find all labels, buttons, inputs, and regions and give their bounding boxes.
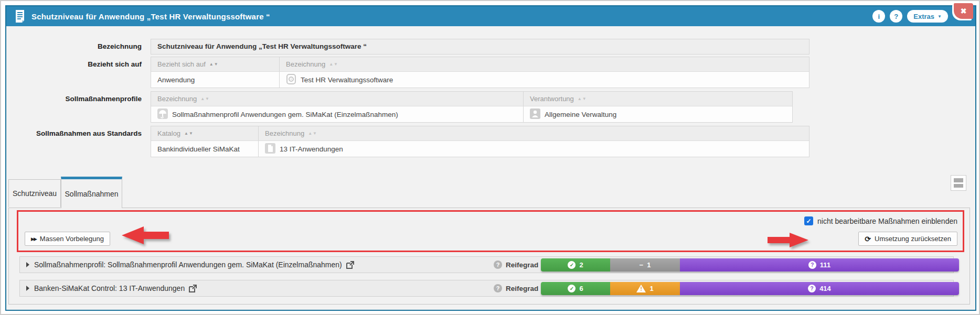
done-count: 6 bbox=[579, 285, 583, 292]
warning-triangle-icon: ! bbox=[636, 285, 646, 292]
catalog-item-icon bbox=[265, 143, 275, 155]
sort-icon[interactable]: ▲▼ bbox=[184, 131, 194, 136]
standards-table: Katalog ▲▼ Bezeichnung ▲▼ Bankindividuel… bbox=[151, 126, 809, 157]
neutral-count: 1 bbox=[647, 261, 651, 269]
check-circle-icon: ✓ bbox=[568, 261, 576, 269]
sollmassnahmenprofile-table: Bezeichnung ▲▼ Verantwortung ▲▼ Sollmaßn… bbox=[151, 91, 793, 123]
cell-name-label: 13 IT-Anwendungen bbox=[280, 145, 343, 153]
reset-implementation-button-label: Umsetzung zurücksetzen bbox=[875, 235, 951, 243]
minus-icon: − bbox=[640, 261, 644, 269]
question-circle-icon: ? bbox=[808, 285, 816, 292]
bezieht-sich-auf-table: Bezieht sich auf ▲▼ Bezeichnung ▲▼ Anwen… bbox=[151, 57, 809, 88]
maturity-label: Reifegrad bbox=[506, 285, 538, 292]
profile-icon bbox=[157, 108, 168, 121]
sort-icon[interactable]: ▲▼ bbox=[200, 96, 210, 101]
column-header-label: Katalog bbox=[157, 129, 180, 137]
maturity-label: Reifegrad bbox=[506, 261, 538, 269]
list-view-toggle-button[interactable] bbox=[951, 175, 966, 191]
document-icon bbox=[15, 10, 25, 23]
caret-right-icon[interactable] bbox=[26, 286, 29, 291]
info-button[interactable]: i bbox=[872, 10, 885, 23]
show-readonly-checkbox-label[interactable]: nicht bearbeitbare Maßnahmen einblenden bbox=[817, 217, 957, 225]
measure-group-title: Banken-SiMaKat Control: 13 IT-Anwendunge… bbox=[34, 284, 185, 292]
open-count: 414 bbox=[819, 285, 831, 292]
extras-button[interactable]: Extras ▼ bbox=[907, 10, 948, 23]
tab-sollmassnahmen[interactable]: Sollmaßnahmen bbox=[61, 177, 122, 208]
column-header-katalog[interactable]: Katalog ▲▼ bbox=[151, 126, 259, 140]
maturity-segment-done[interactable]: ✓ 2 bbox=[541, 258, 610, 271]
dialog-window: Schutzniveau für Anwendung „Test HR Verw… bbox=[5, 5, 976, 311]
dialog-titlebar: Schutzniveau für Anwendung „Test HR Verw… bbox=[6, 6, 975, 26]
annotation-arrow-left-icon bbox=[121, 225, 169, 247]
annotation-highlight-box: ▶▶ Massen Vorbelegung ✓ nicht bearbeitba… bbox=[17, 210, 964, 252]
mass-preset-button-label: Massen Vorbelegung bbox=[40, 235, 104, 243]
measure-group-row-profil[interactable]: Sollmaßnahmenprofil: Sollmaßnahmenprofil… bbox=[19, 256, 954, 273]
bezeichnung-value: Schutzniveau für Anwendung „Test HR Verw… bbox=[151, 39, 809, 55]
header-controls: i ? Extras ▼ bbox=[872, 10, 948, 23]
cell-responsibility: Allgemeine Verwaltung bbox=[524, 106, 623, 122]
maturity-segment-done[interactable]: ✓ 6 bbox=[541, 282, 610, 295]
external-link-icon[interactable] bbox=[189, 285, 197, 292]
fast-forward-icon: ▶▶ bbox=[31, 236, 36, 242]
check-circle-icon: ✓ bbox=[568, 285, 576, 292]
show-readonly-checkbox[interactable]: ✓ bbox=[804, 216, 813, 225]
application-icon bbox=[286, 74, 296, 86]
column-header-bezeichnung[interactable]: Bezeichnung ▲▼ bbox=[151, 92, 524, 106]
maturity-segment-neutral[interactable]: − 1 bbox=[610, 258, 680, 271]
refresh-icon: ⟳ bbox=[865, 235, 871, 243]
external-link-icon[interactable] bbox=[346, 261, 354, 269]
column-header-label: Bezieht sich auf bbox=[157, 60, 206, 68]
sollmassnahmenprofile-label: Sollmaßnahmenprofile bbox=[6, 95, 142, 103]
cell-name: 13 IT-Anwendungen bbox=[259, 141, 349, 157]
column-header-label: Bezeichnung bbox=[286, 60, 325, 68]
cell-type: Anwendung bbox=[151, 72, 280, 88]
maturity-bar: ✓ 6 ! 1 ? 414 bbox=[541, 282, 959, 295]
caret-right-icon[interactable] bbox=[26, 262, 29, 267]
list-view-icon bbox=[954, 184, 963, 188]
sort-icon[interactable]: ▲▼ bbox=[578, 96, 587, 101]
cell-profile-label: Sollmaßnahmenprofil Anwendungen gem. SiM… bbox=[172, 111, 398, 118]
sollmassnahmen-aus-standards-label: Sollmaßnahmen aus Standards bbox=[6, 129, 142, 137]
measure-group-row-control[interactable]: Banken-SiMaKat Control: 13 IT-Anwendunge… bbox=[19, 280, 954, 297]
close-button[interactable]: ✖ bbox=[954, 3, 973, 19]
help-circle-icon: ? bbox=[494, 284, 502, 292]
tab-schutzniveau[interactable]: Schutzniveau bbox=[8, 179, 61, 207]
column-header-bezeichnung[interactable]: Bezeichnung ▲▼ bbox=[280, 57, 345, 71]
column-header-bezeichnung[interactable]: Bezeichnung ▲▼ bbox=[259, 126, 324, 140]
open-count: 111 bbox=[820, 261, 830, 269]
bezieht-sich-auf-label: Bezieht sich auf bbox=[6, 60, 142, 68]
column-header-verantwortung[interactable]: Verantwortung ▲▼ bbox=[524, 92, 593, 106]
maturity-segment-warning[interactable]: ! 1 bbox=[610, 282, 680, 295]
reset-implementation-button[interactable]: ⟳ Umsetzung zurücksetzen bbox=[858, 232, 957, 246]
table-header-row: Bezieht sich auf ▲▼ Bezeichnung ▲▼ bbox=[151, 57, 809, 72]
table-header-row: Bezeichnung ▲▼ Verantwortung ▲▼ bbox=[151, 92, 792, 106]
annotation-arrow-right-icon bbox=[768, 232, 809, 251]
extras-button-label: Extras bbox=[913, 13, 934, 20]
cell-profile-name: Sollmaßnahmenprofil Anwendungen gem. SiM… bbox=[151, 106, 524, 122]
cell-name: Test HR Verwaltungssoftware bbox=[280, 72, 399, 88]
screenshot-frame: Schutzniveau für Anwendung „Test HR Verw… bbox=[0, 0, 980, 315]
column-header-label: Bezeichnung bbox=[157, 95, 197, 103]
mass-preset-button[interactable]: ▶▶ Massen Vorbelegung bbox=[25, 232, 110, 246]
done-count: 2 bbox=[579, 261, 583, 269]
maturity-bar: ✓ 2 − 1 ? 111 bbox=[541, 258, 959, 271]
cell-responsibility-label: Allgemeine Verwaltung bbox=[545, 111, 616, 118]
table-row: Anwendung Test HR Verwaltungssoftware bbox=[151, 72, 809, 88]
sort-icon[interactable]: ▲▼ bbox=[308, 131, 317, 136]
sort-icon[interactable]: ▲▼ bbox=[329, 62, 338, 67]
warning-count: 1 bbox=[649, 285, 653, 292]
cell-catalog: Bankindividueller SiMaKat bbox=[151, 141, 259, 157]
person-icon bbox=[530, 108, 540, 121]
chevron-down-icon: ▼ bbox=[938, 14, 942, 19]
help-circle-icon: ? bbox=[494, 260, 502, 269]
table-row: Bankindividueller SiMaKat 13 IT-Anwendun… bbox=[151, 141, 809, 157]
column-header-label: Verantwortung bbox=[530, 95, 574, 103]
cell-name-label: Test HR Verwaltungssoftware bbox=[301, 76, 393, 84]
sort-icon[interactable]: ▲▼ bbox=[209, 62, 219, 67]
maturity-block: ? Reifegrad bbox=[494, 284, 538, 292]
maturity-segment-open[interactable]: ? 111 bbox=[680, 258, 959, 271]
maturity-segment-open[interactable]: ? 414 bbox=[680, 282, 959, 295]
column-header-bezieht-sich-auf[interactable]: Bezieht sich auf ▲▼ bbox=[151, 57, 280, 71]
maturity-block: ? Reifegrad bbox=[494, 260, 538, 269]
help-button[interactable]: ? bbox=[890, 10, 902, 23]
